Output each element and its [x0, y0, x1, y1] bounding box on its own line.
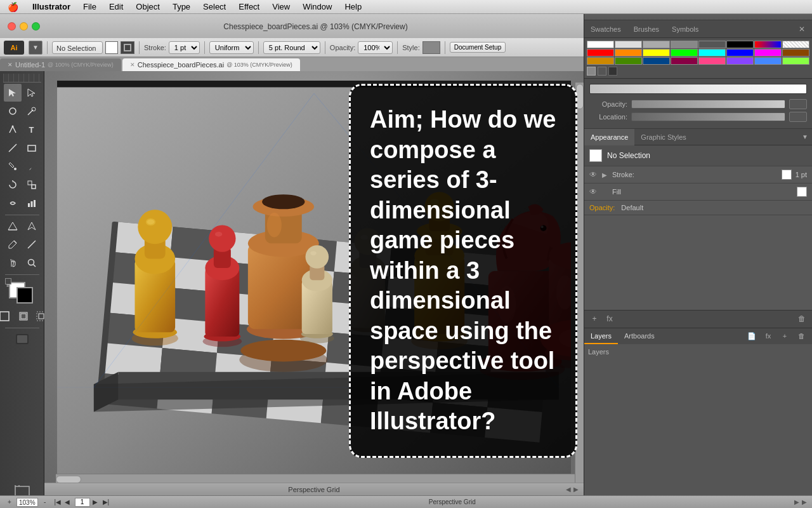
swatch-dkgreen[interactable]: [615, 57, 642, 65]
eyedropper-tool[interactable]: [4, 236, 22, 253]
opacity-select[interactable]: 100%: [358, 41, 393, 54]
canvas-area[interactable]: Aim; How do we compose a series of 3-dim…: [44, 71, 584, 495]
swatch-green[interactable]: [671, 49, 698, 57]
bottom-scrollbar-thumb[interactable]: [56, 476, 81, 483]
page-last-btn[interactable]: ▶|: [103, 498, 110, 505]
selection-tool[interactable]: [4, 84, 22, 102]
panel-clear[interactable]: 🗑: [796, 312, 808, 325]
stroke-visibility-icon[interactable]: 👁: [589, 170, 598, 179]
screen-mode[interactable]: [4, 330, 40, 348]
location-dropdown[interactable]: [789, 112, 807, 122]
fill-color-swatch[interactable]: [105, 41, 118, 54]
swatch-edgray[interactable]: [698, 41, 726, 48]
warp-tool[interactable]: [4, 194, 22, 212]
scale-tool[interactable]: [23, 176, 41, 194]
fill-visibility-icon[interactable]: 👁: [589, 187, 598, 196]
swatch-gold[interactable]: [587, 57, 614, 65]
background-color[interactable]: [16, 287, 33, 304]
swatch-none[interactable]: [782, 41, 809, 48]
column-graph-tool[interactable]: [23, 194, 41, 212]
swatch-yellow[interactable]: [643, 49, 670, 57]
swatch-dgray[interactable]: [671, 41, 698, 48]
layers-trash-icon[interactable]: 🗑: [794, 329, 808, 343]
swatch-mgray[interactable]: [643, 41, 670, 48]
swatch-magenta[interactable]: [754, 49, 782, 57]
perspective-tool[interactable]: [4, 217, 22, 235]
style-swatch[interactable]: [422, 41, 440, 54]
swatch-type-btn[interactable]: [598, 67, 606, 76]
swatch-teal[interactable]: [643, 57, 670, 65]
menu-type[interactable]: Type: [166, 0, 197, 14]
rotate-tool[interactable]: [4, 176, 22, 194]
document-setup-button[interactable]: Document Setup: [450, 42, 506, 53]
artboards-tab[interactable]: Artboards: [618, 328, 661, 344]
zoom-level[interactable]: 103%: [16, 498, 38, 507]
swatch-lgray[interactable]: [615, 41, 642, 48]
color-gradient-bar[interactable]: [589, 84, 807, 94]
zoom-tool[interactable]: [23, 254, 41, 272]
zoom-in-btn[interactable]: +: [5, 498, 14, 507]
paintbucket-tool[interactable]: [4, 157, 22, 175]
swatch-red[interactable]: [587, 49, 614, 57]
opacity-slider[interactable]: [631, 100, 785, 109]
swatch-pink[interactable]: [698, 57, 726, 65]
menu-file[interactable]: File: [77, 0, 103, 14]
swatch-black[interactable]: [726, 41, 754, 48]
swatch-gradient[interactable]: [754, 41, 782, 48]
magic-wand-tool[interactable]: [23, 102, 41, 120]
brush-tool[interactable]: [23, 157, 41, 175]
draw-behind[interactable]: [15, 307, 32, 325]
draw-normal[interactable]: [0, 307, 13, 325]
swatch-white[interactable]: [587, 41, 614, 48]
minimize-button[interactable]: [20, 22, 28, 30]
page-first-btn[interactable]: |◀: [55, 498, 62, 505]
page-next-btn[interactable]: ▶: [93, 498, 100, 505]
swatch-del-btn[interactable]: [608, 67, 617, 76]
panel-close-btn[interactable]: ✕: [796, 23, 808, 36]
swatch-orange[interactable]: [615, 49, 642, 57]
fill-color-swatch[interactable]: [797, 187, 807, 197]
pen-tool[interactable]: [4, 121, 22, 138]
maximize-button[interactable]: [32, 22, 40, 30]
apple-menu[interactable]: 🍎: [8, 2, 18, 12]
fill-options[interactable]: [121, 41, 134, 54]
layers-tab[interactable]: Layers: [584, 328, 618, 344]
app-name-menu[interactable]: Illustrator: [26, 0, 77, 14]
swap-colors[interactable]: ⇄: [5, 278, 11, 284]
lasso-tool[interactable]: [4, 102, 22, 120]
panel-add-effect[interactable]: fx: [603, 312, 616, 325]
location-slider[interactable]: [631, 112, 785, 121]
toolbar-dropdown[interactable]: ▼: [29, 41, 43, 55]
page-input[interactable]: [75, 498, 90, 507]
menu-help[interactable]: Help: [338, 0, 368, 14]
brushes-tab[interactable]: Brushes: [627, 20, 665, 38]
menu-effect[interactable]: Effect: [232, 0, 266, 14]
menu-edit[interactable]: Edit: [103, 0, 129, 14]
swatch-purple[interactable]: [671, 57, 698, 65]
swatch-brown[interactable]: [782, 49, 809, 57]
appearance-tab-menu[interactable]: ▼: [802, 133, 812, 140]
zoom-out-btn[interactable]: -: [41, 498, 49, 507]
stroke-expand-arrow[interactable]: ▶: [602, 171, 608, 178]
opacity-dropdown[interactable]: [789, 99, 807, 109]
panel-add-stroke[interactable]: +: [588, 312, 601, 325]
tab-untitled[interactable]: ✕ Untitled-1 @ 100% (CMYK/Preview): [0, 58, 121, 71]
appearance-tab[interactable]: Appearance: [584, 129, 634, 145]
swatch-ltgreen[interactable]: [782, 57, 809, 65]
stroke-type-select[interactable]: Uniform: [209, 41, 254, 54]
menu-view[interactable]: View: [266, 0, 296, 14]
symbols-tab[interactable]: Symbols: [665, 20, 705, 38]
page-prev-btn[interactable]: ◀: [65, 498, 72, 505]
perspective-prev[interactable]: ◀: [566, 486, 571, 493]
layers-fx-icon[interactable]: fx: [761, 329, 775, 343]
swatch-cyan[interactable]: [698, 49, 726, 57]
menu-select[interactable]: Select: [197, 0, 232, 14]
swatch-add-btn[interactable]: [587, 67, 596, 76]
swatch-blue[interactable]: [726, 49, 754, 57]
swatches-tab[interactable]: Swatches: [584, 20, 627, 38]
stroke-weight-select[interactable]: 1 pt: [169, 41, 200, 54]
measure-tool[interactable]: [23, 236, 41, 253]
layers-page-icon[interactable]: 📄: [745, 329, 759, 343]
mesh-tool[interactable]: [23, 217, 41, 235]
swatch-violet[interactable]: [726, 57, 754, 65]
